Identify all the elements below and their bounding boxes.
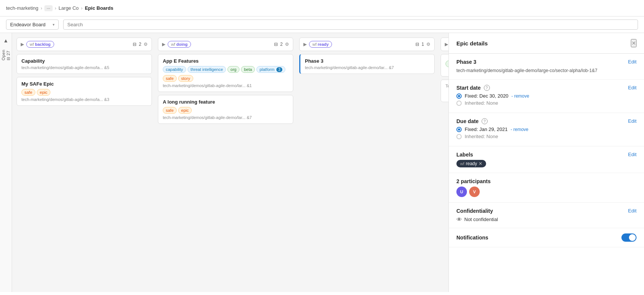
due-date-inherited-row: Inherited: None <box>456 134 636 139</box>
nav-dots[interactable]: ··· <box>44 5 52 11</box>
due-date-edit-button[interactable]: Edit <box>628 118 636 124</box>
phase-title: Phase 3 <box>456 59 476 65</box>
start-fixed-label: Fixed: Dec 30, 2020 <box>465 93 508 99</box>
board-select-label: Endeavor Board <box>10 22 45 27</box>
nav-crumb-1[interactable]: tech-marketing <box>6 5 38 11</box>
card-path: tech-marketing/demos/gitlab-agile-demo/l… <box>163 83 288 88</box>
column-partial: ▶ wf or Te... <box>441 38 449 287</box>
column-backlog: ▶ wf backlog ⊟ 2 ⚙ Capability tech-marke… <box>17 38 152 287</box>
card-path: tech-marketing/demos/gitlab-agile-demo/l… <box>305 65 430 70</box>
card-app-e-features[interactable]: App E Features capability threat intelli… <box>158 54 293 92</box>
expand-icon[interactable]: ▶ <box>303 42 307 47</box>
nav-sep-3: › <box>81 5 82 11</box>
expand-icon[interactable]: ▶ <box>445 42 448 47</box>
avatar-1: U <box>456 187 467 197</box>
search-input[interactable] <box>63 20 638 30</box>
card-tags: capability threat intelligence org beta … <box>163 66 288 73</box>
panel-start-date-section: Start date ? Edit Fixed: Dec 30, 2020 - … <box>449 80 644 113</box>
wf-badge-ready: wf ready <box>309 41 332 48</box>
nav-crumb-2[interactable]: Large Co <box>59 5 79 11</box>
expand-icon[interactable]: ▶ <box>21 42 24 47</box>
panel-due-date-section: Due date ? Edit Fixed: Jan 29, 2021 - re… <box>449 113 644 146</box>
tag-threat-intelligence: threat intelligence <box>188 66 226 73</box>
question-icon[interactable]: ? <box>484 85 490 91</box>
label-value: ready <box>466 161 477 166</box>
nav-sep-1: › <box>41 5 42 11</box>
start-date-title: Start date <box>456 85 481 91</box>
section-header: Due date ? Edit <box>456 118 636 124</box>
labels-edit-button[interactable]: Edit <box>628 152 636 157</box>
section-header: Labels Edit <box>456 152 636 158</box>
due-date-title: Due date <box>456 118 479 124</box>
confidentiality-title: Confidentiality <box>456 208 493 214</box>
card-partial-label: Te... <box>445 84 449 88</box>
right-panel: Epic details × Phase 3 Edit tech-marketi… <box>449 33 644 292</box>
column-header-doing: ▶ wf doing ⊟ 2 ⚙ <box>158 38 293 51</box>
tag-platform: platform 3 <box>256 66 285 73</box>
card-capability[interactable]: Capability tech-marketing/demos/gitlab-a… <box>17 54 152 74</box>
column-count-ready: ⊟ 1 ⚙ <box>415 42 430 47</box>
tag-safe: safe <box>163 75 177 82</box>
due-remove-link[interactable]: - remove <box>511 127 528 132</box>
board-area: ▶ wf backlog ⊟ 2 ⚙ Capability tech-marke… <box>12 33 449 292</box>
panel-notifications-section: Notifications ✓ <box>449 228 644 247</box>
phase-path: tech-marketing/demos/gitlab-agile-demo/l… <box>456 67 636 74</box>
page-title: Epic Boards <box>85 5 114 11</box>
card-phase-3[interactable]: Phase 3 tech-marketing/demos/gitlab-agil… <box>299 54 435 74</box>
confidentiality-edit-button[interactable]: Edit <box>628 208 636 214</box>
card-title: My SAFe Epic <box>21 81 147 87</box>
card-tags-2: safe story <box>163 75 288 82</box>
card-partial-1[interactable]: or <box>441 54 449 77</box>
radio-fixed-due[interactable] <box>456 127 462 132</box>
due-date-fixed-row: Fixed: Jan 29, 2021 - remove <box>456 126 636 132</box>
issue-icon: ⊟ <box>274 42 278 47</box>
close-button[interactable]: × <box>631 39 636 47</box>
start-inherited-label: Inherited: None <box>465 100 498 106</box>
tag-epic: epic <box>37 89 50 96</box>
radio-inherited-start[interactable] <box>456 101 462 106</box>
chevron-down-icon: ▾ <box>53 23 55 27</box>
question-icon-due[interactable]: ? <box>482 118 488 124</box>
card-my-safe-epic[interactable]: My SAFe Epic safe epic tech-marketing/de… <box>17 77 152 106</box>
card-path: tech-marketing/demos/gitlab-agile-demo/l… <box>21 65 147 70</box>
panel-confidentiality-section: Confidentiality Edit 👁 Not confidential <box>449 203 644 228</box>
board-select[interactable]: Endeavor Board ▾ <box>6 20 59 30</box>
phase-edit-button[interactable]: Edit <box>628 59 636 65</box>
settings-icon[interactable]: ⚙ <box>426 42 430 47</box>
tag-org: org <box>227 66 239 73</box>
sidebar-label[interactable]: Open⊟ 27 <box>1 50 11 60</box>
column-header-backlog: ▶ wf backlog ⊟ 2 ⚙ <box>17 38 152 51</box>
expand-icon[interactable]: ▶ <box>162 42 165 47</box>
settings-icon[interactable]: ⚙ <box>285 42 289 47</box>
notifications-row: Notifications ✓ <box>456 233 636 242</box>
section-header: Phase 3 Edit <box>456 59 636 65</box>
check-icon: ✓ <box>630 235 634 240</box>
settings-icon[interactable]: ⚙ <box>144 42 148 47</box>
card-path: tech-marketing/demos/gitlab-agile-demo/l… <box>21 97 147 102</box>
confidentiality-value: Not confidential <box>464 217 498 222</box>
radio-inherited-due[interactable] <box>456 134 462 139</box>
confidentiality-row: 👁 Not confidential <box>456 216 636 223</box>
start-date-edit-button[interactable]: Edit <box>628 85 636 90</box>
label-remove-icon[interactable]: ✕ <box>479 161 482 166</box>
card-tags: safe epic <box>21 89 147 96</box>
sidebar-toggle[interactable]: ▲ <box>2 36 10 45</box>
wf-badge-doing: wf doing <box>168 41 191 48</box>
start-remove-link[interactable]: - remove <box>511 93 529 99</box>
start-date-fixed-row: Fixed: Dec 30, 2020 - remove <box>456 93 636 99</box>
card-long-running-feature[interactable]: A long running feature safe epic tech-ma… <box>158 95 293 124</box>
issue-icon: ⊟ <box>133 42 136 47</box>
label-wf-prefix: wf <box>460 161 464 166</box>
panel-title: Epic details <box>456 40 488 47</box>
top-navigation: tech-marketing › ··· › Large Co › Epic B… <box>0 0 644 17</box>
issue-icon: ⊟ <box>415 42 419 47</box>
tag-safe: safe <box>21 89 35 96</box>
radio-fixed-start[interactable] <box>456 93 462 99</box>
due-fixed-label: Fixed: Jan 29, 2021 <box>465 126 508 132</box>
card-title: App E Features <box>163 58 288 64</box>
column-doing: ▶ wf doing ⊟ 2 ⚙ App E Features capabili… <box>158 38 293 287</box>
card-partial-2[interactable]: Te... <box>441 80 449 102</box>
panel-phase-section: Phase 3 Edit tech-marketing/demos/gitlab… <box>449 54 644 80</box>
notifications-toggle[interactable]: ✓ <box>621 233 636 242</box>
label-ready: wf ready ✕ <box>456 160 486 167</box>
